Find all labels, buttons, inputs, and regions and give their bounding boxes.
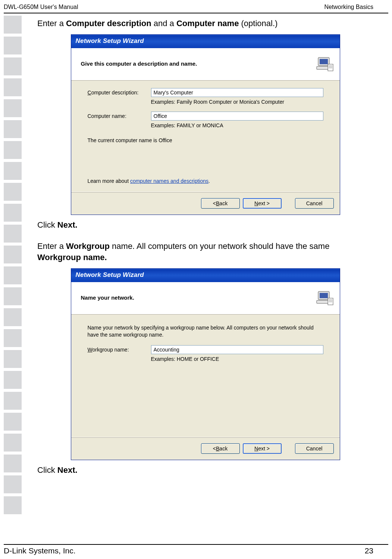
svg-rect-1 <box>320 59 328 64</box>
svg-rect-3 <box>328 64 333 71</box>
instruction-2: Enter a Workgroup name. All computers on… <box>37 241 373 263</box>
learn-more-link[interactable]: computer names and descriptions <box>130 178 208 184</box>
computer-icon-2 <box>316 289 334 307</box>
wizard-header-text-2: Name your network. <box>81 294 134 302</box>
click-next-2: Click Next. <box>37 465 373 476</box>
decorative-sidebar <box>0 13 30 517</box>
wizard-titlebar-2: Network Setup Wizard <box>71 269 340 282</box>
cancel-button-2[interactable]: Cancel <box>295 443 334 454</box>
computer-name-input[interactable] <box>151 112 323 121</box>
wizard-title-2: Network Setup Wizard <box>76 271 144 280</box>
workgroup-examples: Examples: HOME or OFFICE <box>151 356 323 363</box>
wizard-titlebar: Network Setup Wizard <box>71 35 340 48</box>
back-button[interactable]: < Back <box>201 198 240 209</box>
network-setup-wizard-1: Network Setup Wizard Give this computer … <box>71 34 340 215</box>
next-button-2[interactable]: Next > <box>243 443 282 454</box>
back-button-2[interactable]: < Back <box>201 443 240 454</box>
wizard-header-2: Name your network. <box>71 282 340 315</box>
next-button[interactable]: Next > <box>243 198 282 209</box>
wizard2-description: Name your network by specifying a workgr… <box>88 324 323 338</box>
computer-description-label: Computer description: <box>88 88 151 96</box>
wizard-title: Network Setup Wizard <box>76 37 144 46</box>
page-number: 23 <box>365 546 373 555</box>
computer-icon <box>316 55 334 73</box>
manual-title: DWL-G650M User's Manual <box>4 4 78 10</box>
click-next-1: Click Next. <box>37 219 373 231</box>
wizard-header-text: Give this computer a description and nam… <box>81 60 197 68</box>
workgroup-name-input[interactable] <box>151 345 323 354</box>
wizard-header: Give this computer a description and nam… <box>71 48 340 81</box>
computer-name-label: Computer name: <box>88 112 151 120</box>
computer-name-examples: Examples: FAMILY or MONICA <box>151 122 323 129</box>
company-name: D-Link Systems, Inc. <box>4 546 76 555</box>
learn-more-line: Learn more about computer names and desc… <box>88 178 323 185</box>
workgroup-name-label: Workgroup name: <box>88 345 151 353</box>
svg-rect-8 <box>320 293 328 298</box>
svg-rect-10 <box>328 298 333 305</box>
network-setup-wizard-2: Network Setup Wizard Name your network. <box>71 268 340 460</box>
current-computer-name: The current computer name is Office <box>88 137 323 144</box>
cancel-button[interactable]: Cancel <box>295 198 334 209</box>
section-title: Networking Basics <box>324 4 373 10</box>
instruction-1: Enter a Computer description and a Compu… <box>37 18 373 29</box>
computer-description-input[interactable] <box>151 88 323 97</box>
computer-description-examples: Examples: Family Room Computer or Monica… <box>151 99 323 106</box>
